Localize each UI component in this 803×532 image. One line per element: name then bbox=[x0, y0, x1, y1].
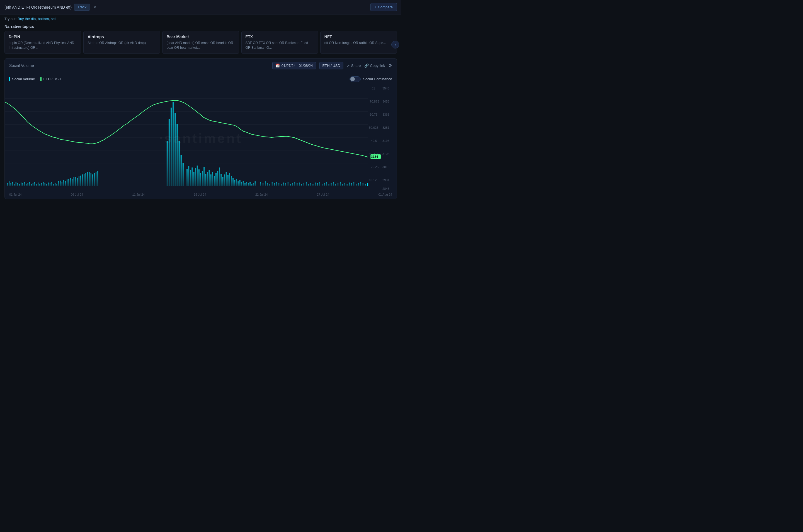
svg-rect-141 bbox=[328, 184, 329, 186]
svg-rect-108 bbox=[251, 184, 252, 186]
topic-query-nft: nft OR Non-fungi... OR rarible OR Supe..… bbox=[324, 41, 393, 45]
topic-card-ftx[interactable]: FTX SBF OR FTX OR sam OR Bankman-Fried O… bbox=[241, 31, 318, 54]
svg-rect-124 bbox=[290, 184, 291, 186]
svg-rect-104 bbox=[245, 183, 246, 186]
chart-title: Social Volume bbox=[9, 63, 269, 68]
svg-rect-15 bbox=[21, 183, 21, 186]
compare-button[interactable]: + Compare bbox=[370, 3, 397, 11]
svg-rect-114 bbox=[267, 183, 268, 186]
svg-rect-145 bbox=[338, 183, 338, 186]
social-dominance-label: Social Dominance bbox=[363, 77, 392, 81]
svg-rect-107 bbox=[249, 182, 251, 186]
svg-text:50.625: 50.625 bbox=[369, 126, 378, 129]
try-out-links[interactable]: Buy the dip, bottom, sell bbox=[18, 17, 56, 21]
svg-rect-32 bbox=[50, 183, 51, 186]
svg-rect-80 bbox=[204, 167, 205, 186]
social-volume-label: Social Volume bbox=[12, 77, 35, 81]
svg-rect-13 bbox=[17, 183, 18, 186]
svg-rect-94 bbox=[227, 175, 229, 186]
topic-card-depin[interactable]: DePIN depin OR (Decentralized AND Physic… bbox=[4, 31, 81, 54]
svg-rect-72 bbox=[190, 170, 191, 186]
svg-rect-16 bbox=[22, 183, 23, 186]
narrative-section-title: Narrative topics bbox=[0, 23, 401, 31]
svg-rect-79 bbox=[202, 171, 203, 186]
svg-rect-133 bbox=[310, 183, 311, 186]
svg-rect-40 bbox=[63, 180, 64, 186]
date-range-button[interactable]: 📅 01/07/24 - 01/08/24 bbox=[272, 62, 316, 70]
svg-rect-96 bbox=[231, 176, 232, 186]
legend-eth-usd: ETH / USD bbox=[40, 77, 61, 81]
svg-rect-98 bbox=[234, 180, 235, 186]
svg-rect-14 bbox=[19, 184, 20, 186]
svg-rect-130 bbox=[304, 183, 304, 186]
topics-scroll-arrow[interactable]: › bbox=[391, 41, 399, 49]
eth-usd-button[interactable]: ETH / USD bbox=[320, 62, 343, 70]
svg-rect-109 bbox=[253, 183, 254, 186]
chart-container: Social Volume 📅 01/07/24 - 01/08/24 ETH … bbox=[4, 58, 397, 199]
topic-card-airdrops[interactable]: Airdrops Airdrop OR Airdrops OR (air AND… bbox=[83, 31, 160, 54]
close-button[interactable]: × bbox=[92, 5, 97, 10]
svg-rect-64 bbox=[173, 102, 174, 186]
svg-rect-70 bbox=[187, 169, 188, 186]
svg-rect-74 bbox=[193, 172, 194, 186]
svg-rect-43 bbox=[68, 179, 69, 186]
topic-card-nft[interactable]: NFT nft OR Non-fungi... OR rarible OR Su… bbox=[320, 31, 397, 54]
svg-text:40.5: 40.5 bbox=[371, 139, 377, 142]
svg-rect-152 bbox=[353, 182, 354, 186]
svg-rect-146 bbox=[340, 182, 341, 186]
svg-rect-68 bbox=[180, 155, 182, 186]
chart-header: Social Volume 📅 01/07/24 - 01/08/24 ETH … bbox=[5, 58, 397, 73]
svg-rect-92 bbox=[224, 174, 225, 186]
svg-text:10.125: 10.125 bbox=[369, 178, 378, 182]
svg-text:3456: 3456 bbox=[382, 100, 389, 103]
svg-rect-156 bbox=[363, 183, 363, 186]
svg-rect-78 bbox=[200, 173, 201, 186]
svg-rect-75 bbox=[195, 168, 196, 186]
topic-card-bear-market[interactable]: Bear Market (bear AND market) OR crash O… bbox=[162, 31, 239, 54]
svg-rect-149 bbox=[347, 184, 348, 186]
svg-rect-29 bbox=[44, 183, 45, 186]
svg-rect-44 bbox=[70, 178, 71, 186]
svg-rect-33 bbox=[51, 182, 52, 186]
svg-rect-18 bbox=[26, 184, 26, 186]
settings-button[interactable]: ⚙ bbox=[388, 63, 392, 68]
svg-rect-67 bbox=[179, 141, 180, 186]
track-button[interactable]: Track bbox=[74, 4, 90, 11]
svg-rect-120 bbox=[281, 184, 282, 186]
social-dominance-toggle[interactable] bbox=[349, 76, 361, 82]
svg-rect-9 bbox=[10, 183, 11, 186]
svg-rect-86 bbox=[214, 176, 215, 186]
copy-link-button[interactable]: 🔗 Copy link bbox=[364, 63, 385, 68]
svg-rect-153 bbox=[356, 184, 357, 186]
svg-rect-136 bbox=[317, 183, 318, 186]
svg-rect-50 bbox=[80, 175, 81, 186]
x-label-1: 01 Jul 24 bbox=[9, 193, 22, 196]
x-label-4: 16 Jul 24 bbox=[194, 193, 206, 196]
svg-rect-8 bbox=[8, 182, 9, 186]
svg-rect-41 bbox=[65, 181, 66, 186]
social-volume-color-bar bbox=[9, 77, 10, 81]
toggle-knob bbox=[350, 77, 355, 81]
svg-rect-105 bbox=[246, 182, 247, 186]
share-icon: ↗ bbox=[347, 63, 350, 68]
top-bar: (eth AND ETF) OR (ethereum AND etf) Trac… bbox=[0, 0, 401, 15]
share-button[interactable]: ↗ Share bbox=[347, 63, 361, 68]
svg-rect-66 bbox=[176, 124, 178, 186]
svg-rect-134 bbox=[312, 184, 313, 186]
svg-rect-28 bbox=[43, 182, 44, 186]
svg-text:81: 81 bbox=[371, 87, 375, 90]
topic-name-depin: DePIN bbox=[8, 35, 77, 39]
svg-rect-30 bbox=[46, 184, 47, 186]
svg-text:3368: 3368 bbox=[382, 113, 389, 116]
x-label-6: 27 Jul 24 bbox=[317, 193, 329, 196]
topic-name-nft: NFT bbox=[324, 35, 393, 39]
svg-rect-90 bbox=[221, 174, 222, 186]
svg-rect-39 bbox=[62, 182, 62, 186]
svg-rect-158 bbox=[367, 183, 368, 186]
svg-text:3018: 3018 bbox=[382, 165, 389, 169]
topic-name-airdrops: Airdrops bbox=[88, 35, 156, 39]
chart-legend: Social Volume ETH / USD Social Dominance bbox=[5, 73, 397, 85]
copy-link-label: Copy link bbox=[370, 63, 385, 68]
svg-rect-52 bbox=[83, 174, 84, 186]
svg-rect-83 bbox=[209, 170, 210, 186]
